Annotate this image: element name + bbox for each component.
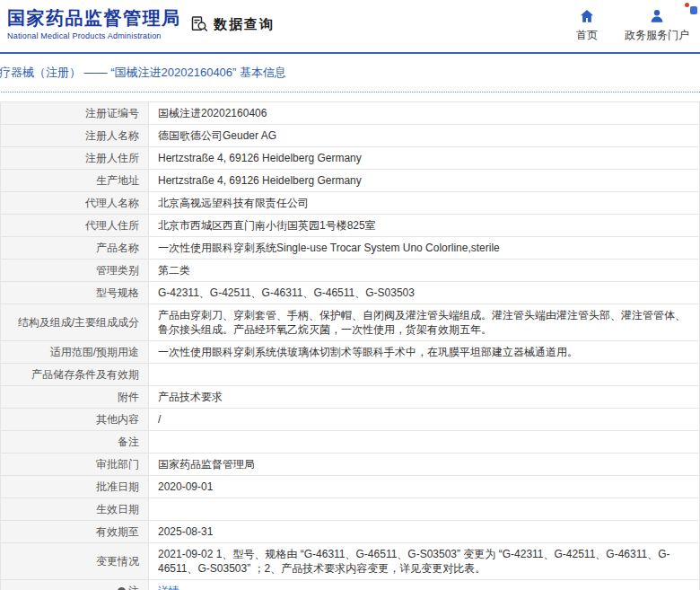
table-row: 管理类别 第二类 [1, 260, 700, 282]
nav-portal-label: 政务服务门户 [625, 28, 689, 43]
row-label: 生产地址 [1, 170, 149, 192]
row-value: 一次性使用眼科穿刺系统Single-use Trocar System Uno … [149, 237, 700, 260]
table-row: 代理人名称 北京高视远望科技有限责任公司 [1, 192, 700, 215]
row-value [149, 431, 700, 454]
row-label: 变更情况 [1, 543, 149, 580]
table-row: 其他内容 / [1, 409, 700, 431]
row-value: 德国歌德公司Geuder AG [149, 125, 700, 147]
site-logo[interactable]: 国家药品监督管理局 National Medical Products Admi… [7, 7, 181, 40]
table-row: 注册人名称 德国歌德公司Geuder AG [1, 125, 700, 147]
table-row: 批准日期 2020-09-01 [1, 476, 700, 498]
note-label: 注 [128, 585, 139, 590]
row-label: 产品名称 [1, 237, 149, 260]
info-table: 注册证编号 国械注进20202160406 注册人名称 德国歌德公司Geuder… [0, 101, 700, 590]
logo-subtitle: National Medical Products Administration [7, 31, 181, 40]
row-value: 2021-09-02 1、型号、规格由 “G-46311、G-46511、G-S… [149, 543, 700, 580]
table-row: 产品名称 一次性使用眼科穿刺系统Single-use Trocar System… [1, 237, 700, 260]
row-value: 北京市西城区西直门南小街国英园1号楼825室 [149, 215, 700, 237]
registration-info-section: 注册证编号 国械注进20202160406 注册人名称 德国歌德公司Geuder… [0, 101, 700, 590]
row-value: 国家药品监督管理局 [149, 454, 700, 476]
breadcrumb-text: 医疗器械（注册） —— “国械注进20202160406” 基本信息 [0, 65, 286, 81]
row-label: 结构及组成/主要组成成分 [1, 304, 149, 341]
row-value: 2025-08-31 [149, 521, 700, 543]
row-label: 批准日期 [1, 476, 149, 498]
row-label: 其他内容 [1, 409, 149, 431]
table-row: 产品储存条件及有效期 [1, 364, 700, 386]
row-value: G-42311、G-42511、G-46311、G-46511、G-S03503 [149, 282, 700, 304]
table-row-note: 注 详情 [1, 580, 700, 590]
home-icon [579, 8, 595, 24]
table-row: 附件 产品技术要求 [1, 386, 700, 409]
row-value [149, 498, 700, 521]
table-row: 备注 [1, 431, 700, 454]
row-value: / [149, 409, 700, 431]
row-label: 注 [1, 580, 149, 590]
row-value: 国械注进20202160406 [149, 102, 700, 125]
row-label: 生效日期 [1, 498, 149, 521]
data-query-icon [190, 15, 208, 33]
breadcrumb: 医疗器械（注册） —— “国械注进20202160406” 基本信息 [0, 54, 700, 92]
nav-home[interactable]: 首页 [576, 8, 598, 43]
row-value: 第二类 [149, 260, 700, 282]
table-row: 生产地址 Hertzstraße 4, 69126 Heidelberg Ger… [1, 170, 700, 192]
site-header: 国家药品监督管理局 National Medical Products Admi… [0, 0, 700, 54]
row-value: 北京高视远望科技有限责任公司 [149, 192, 700, 215]
row-label: 注册证编号 [1, 102, 149, 125]
corner-decoration-icon [685, 1, 697, 15]
table-row: 代理人住所 北京市西城区西直门南小街国英园1号楼825室 [1, 215, 700, 237]
table-row: 注册证编号 国械注进20202160406 [1, 102, 700, 125]
table-row: 适用范围/预期用途 一次性使用眼科穿刺系统供玻璃体切割术等眼科手术中，在巩膜平坦… [1, 341, 700, 364]
table-row: 型号规格 G-42311、G-42511、G-46311、G-46511、G-S… [1, 282, 700, 304]
row-label: 审批部门 [1, 454, 149, 476]
header-nav: 首页 政务服务门户 [576, 8, 689, 43]
row-label: 型号规格 [1, 282, 149, 304]
row-value: 产品由穿刺刀、穿刺套管、手柄、保护帽、自闭阀及灌注管头端组成。灌注管头端由灌注管… [149, 304, 700, 341]
detail-link[interactable]: 详情 [158, 585, 179, 590]
row-value: Hertzstraße 4, 69126 Heidelberg Germany [149, 147, 700, 170]
data-query-label: 数据查询 [214, 16, 275, 33]
table-row: 审批部门 国家药品监督管理局 [1, 454, 700, 476]
row-label: 注册人名称 [1, 125, 149, 147]
row-label: 有效期至 [1, 521, 149, 543]
table-row: 变更情况 2021-09-02 1、型号、规格由 “G-46311、G-4651… [1, 543, 700, 580]
row-label: 产品储存条件及有效期 [1, 364, 149, 386]
user-icon [649, 8, 665, 24]
table-row: 注册人住所 Hertzstraße 4, 69126 Heidelberg Ge… [1, 147, 700, 170]
row-label: 附件 [1, 386, 149, 409]
row-value: 2020-09-01 [149, 476, 700, 498]
row-value: 详情 [149, 580, 700, 590]
table-row: 结构及组成/主要组成成分 产品由穿刺刀、穿刺套管、手柄、保护帽、自闭阀及灌注管头… [1, 304, 700, 341]
row-label: 适用范围/预期用途 [1, 341, 149, 364]
row-value: 产品技术要求 [149, 386, 700, 409]
logo-title: 国家药品监督管理局 [7, 7, 181, 29]
row-label: 备注 [1, 431, 149, 454]
row-label: 代理人名称 [1, 192, 149, 215]
page: 国家药品监督管理局 National Medical Products Admi… [0, 0, 700, 590]
row-value: 一次性使用眼科穿刺系统供玻璃体切割术等眼科手术中，在巩膜平坦部建立器械通道用。 [149, 341, 700, 364]
table-row: 生效日期 [1, 498, 700, 521]
row-label: 注册人住所 [1, 147, 149, 170]
row-label: 管理类别 [1, 260, 149, 282]
row-label: 代理人住所 [1, 215, 149, 237]
nav-home-label: 首页 [576, 28, 598, 43]
row-value [149, 364, 700, 386]
data-query-heading: 数据查询 [190, 15, 275, 33]
table-row: 有效期至 2025-08-31 [1, 521, 700, 543]
row-value: Hertzstraße 4, 69126 Heidelberg Germany [149, 170, 700, 192]
nav-portal[interactable]: 政务服务门户 [625, 8, 689, 43]
